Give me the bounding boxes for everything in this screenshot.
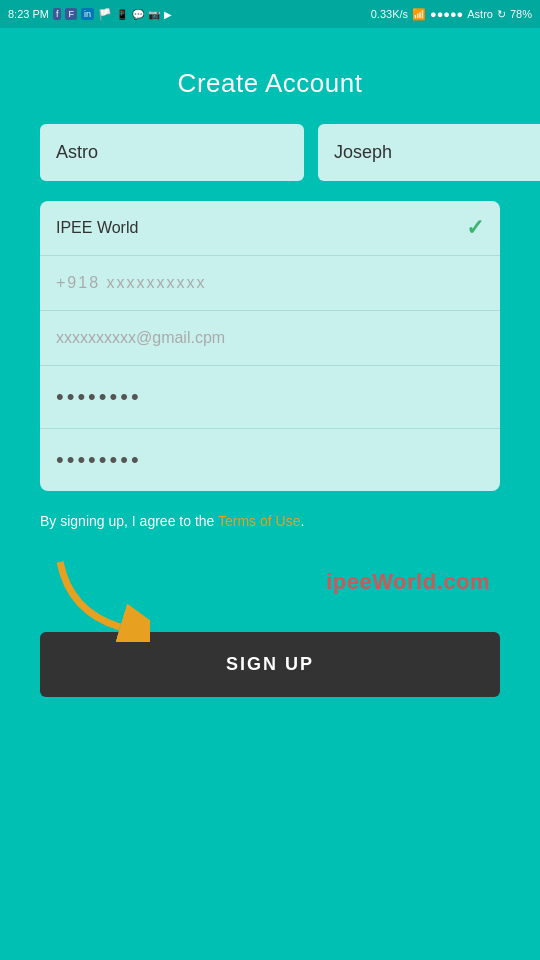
carrier-name: Astro: [467, 8, 493, 20]
app-icon1: 📱: [116, 9, 128, 20]
confirm-password-input[interactable]: [40, 429, 500, 491]
check-icon: ✓: [466, 215, 484, 241]
instagram-icon: 📷: [148, 9, 160, 20]
status-time: 8:23 PM: [8, 8, 49, 20]
battery-level: 78%: [510, 8, 532, 20]
email-row: [40, 311, 500, 366]
refresh-icon: ↻: [497, 8, 506, 21]
status-bar: 8:23 PM f F in 🏳️ 📱 💬 📷 ▶ 0.33K/s 📶 ●●●●…: [0, 0, 540, 28]
confirm-password-row: [40, 429, 500, 491]
status-bar-right: 0.33K/s 📶 ●●●●● Astro ↻ 78%: [371, 8, 532, 21]
in-icon: in: [81, 8, 94, 20]
form-card: ✓: [40, 201, 500, 491]
main-content: Create Account ✓ By signing up, I agr: [0, 28, 540, 727]
terms-prefix: By signing up, I agree to the: [40, 513, 218, 529]
youtube-icon: ▶: [164, 9, 172, 20]
email-input[interactable]: [40, 311, 500, 365]
arrow-watermark-area: ipeeWorld.com: [40, 552, 500, 612]
signal-dots: ●●●●●: [430, 8, 463, 20]
phone-input[interactable]: [40, 256, 500, 310]
terms-section: By signing up, I agree to the Terms of U…: [40, 511, 500, 532]
first-name-input[interactable]: [40, 124, 304, 181]
phone-row: [40, 256, 500, 311]
flag-icon: 🏳️: [98, 8, 112, 21]
arrow-icon: [50, 552, 150, 642]
terms-suffix: .: [300, 513, 304, 529]
fb2-icon: F: [65, 8, 77, 20]
organization-input[interactable]: [40, 201, 500, 255]
status-bar-left: 8:23 PM f F in 🏳️ 📱 💬 📷 ▶: [8, 8, 172, 21]
password-input[interactable]: [40, 366, 500, 428]
terms-link[interactable]: Terms of Use: [218, 513, 300, 529]
fb-icon: f: [53, 8, 62, 20]
page-title: Create Account: [178, 68, 363, 99]
last-name-input[interactable]: [318, 124, 540, 181]
password-row: [40, 366, 500, 429]
watermark-text: ipeeWorld.com: [326, 569, 490, 595]
arrow-container: [50, 552, 150, 646]
whatsapp-icon: 💬: [132, 9, 144, 20]
name-row: [40, 124, 500, 181]
organization-row: ✓: [40, 201, 500, 256]
wifi-icon: 📶: [412, 8, 426, 21]
data-speed: 0.33K/s: [371, 8, 408, 20]
